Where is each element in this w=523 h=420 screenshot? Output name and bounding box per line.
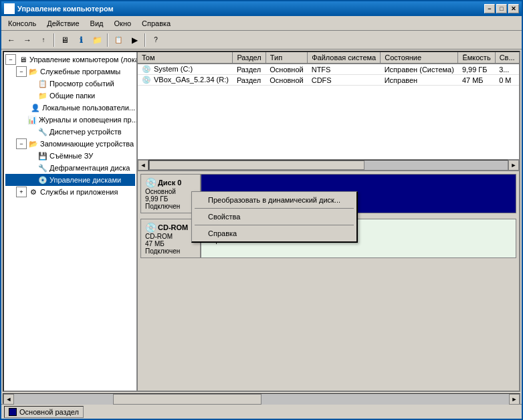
menu-view[interactable]: Вид: [85, 18, 109, 29]
close-button[interactable]: ✕: [508, 4, 519, 13]
tree-item-storage[interactable]: − 📂 Запоминающие устройства: [5, 138, 135, 150]
tree-item-shared[interactable]: 📁 Общие папки: [5, 90, 135, 102]
minimize-button[interactable]: −: [484, 4, 495, 13]
scroll-right[interactable]: ►: [508, 160, 519, 171]
computer-icon: 🖥: [17, 54, 28, 65]
volumes-table: Том Раздел Тип Файловая система Состояни…: [138, 52, 519, 86]
expand-storage[interactable]: −: [16, 138, 27, 149]
cell-status: Исправен (Система): [381, 64, 458, 75]
tree-tools-label: Служебные программы: [40, 68, 120, 76]
table-row[interactable]: 💿System (C:) Раздел Основной NTFS Исправ…: [138, 64, 519, 75]
storage-folder-icon: 📂: [28, 138, 39, 149]
shared-icon: 📁: [37, 90, 48, 101]
col-capacity[interactable]: Ёмкость: [458, 52, 495, 64]
toolbar: ← → ↑ 🖥 ℹ 📁 📋 ▶ ?: [1, 31, 522, 49]
tree-shared-label: Общие папки: [49, 92, 95, 100]
bottom-scrollbar[interactable]: ◄ ►: [3, 393, 520, 404]
context-menu: Преобразовать в динамический диск... Сво…: [191, 191, 358, 243]
window-title: Управление компьютером: [17, 5, 484, 13]
tree-item-removable[interactable]: 💾 Съёмные ЗУ: [5, 150, 135, 162]
title-bar-buttons: − □ ✕: [484, 4, 519, 13]
bottom-scroll-thumb[interactable]: [113, 394, 262, 405]
expand-root[interactable]: −: [5, 54, 16, 65]
right-panel: Том Раздел Тип Файловая система Состояни…: [138, 52, 519, 391]
tree-services-label: Службы и приложения: [40, 188, 118, 196]
col-status[interactable]: Состояние: [381, 52, 458, 64]
scroll-left[interactable]: ◄: [138, 160, 148, 171]
menu-console[interactable]: Консоль: [3, 18, 41, 29]
export-button[interactable]: 📋: [111, 33, 126, 47]
cell-name: 💿System (C:): [138, 64, 233, 75]
tree-item-devmgr[interactable]: 🔧 Диспетчер устройств: [5, 126, 135, 138]
cell-type: Основной: [266, 75, 307, 86]
legend-color-primary: [9, 408, 17, 416]
cell-free: 0 М: [495, 75, 519, 86]
maximize-button[interactable]: □: [496, 4, 507, 13]
tools-folder-icon: 📂: [28, 66, 39, 77]
disk-area: 💿 Диск 0 Основной 9,99 ГБ Подключен: [138, 170, 519, 391]
menu-window[interactable]: Окно: [109, 18, 137, 29]
cell-fs: CDFS: [308, 75, 381, 86]
tree-item-users[interactable]: 👤 Локальные пользователи...: [5, 102, 135, 114]
up-button[interactable]: ↑: [36, 33, 51, 47]
forward-button[interactable]: →: [20, 33, 35, 47]
cdrom-status: Подключен: [145, 247, 196, 255]
toolbar-sep2: [107, 33, 108, 47]
cell-free: 3...: [495, 64, 519, 75]
window-icon: ⚙: [4, 3, 15, 14]
play-button[interactable]: ▶: [127, 33, 142, 47]
cdrom-size: 47 МБ: [145, 240, 196, 247]
expand-tools[interactable]: −: [16, 66, 27, 77]
logs-icon: 📊: [27, 114, 37, 125]
table-row[interactable]: 💿VBox_GAs_5.2.34 (R:) Раздел Основной CD…: [138, 75, 519, 86]
tree-item-root[interactable]: − 🖥 Управление компьютером (локал...: [5, 54, 135, 66]
cell-name: 💿VBox_GAs_5.2.34 (R:): [138, 75, 233, 86]
bottom-scroll-right[interactable]: ►: [509, 394, 520, 405]
col-type[interactable]: Тип: [266, 52, 307, 64]
cdrom-type: CD-ROM: [145, 233, 196, 240]
col-free[interactable]: Св...: [495, 52, 519, 64]
row-disk-icon: 💿: [142, 76, 151, 84]
col-partition[interactable]: Раздел: [233, 52, 266, 64]
scroll-track[interactable]: [148, 160, 508, 171]
services-icon: ⚙: [28, 187, 39, 197]
context-menu-convert[interactable]: Преобразовать в динамический диск...: [192, 193, 356, 207]
tree-item-events[interactable]: 📋 Просмотр событий: [5, 78, 135, 90]
col-fs[interactable]: Файловая система: [308, 52, 381, 64]
context-menu-properties[interactable]: Свойства: [192, 210, 356, 223]
tree-storage-label: Запоминающие устройства: [40, 140, 134, 148]
bottom-scroll-track[interactable]: [14, 394, 509, 405]
menu-bar: Консоль Действие Вид Окно Справка: [1, 16, 522, 31]
disk0-name-row: 💿 Диск 0: [145, 177, 196, 188]
context-menu-help[interactable]: Справка: [192, 227, 356, 240]
help-toolbar-button[interactable]: ?: [148, 33, 163, 47]
folder-button[interactable]: 📁: [90, 33, 104, 47]
h-scrollbar[interactable]: ◄ ►: [138, 159, 519, 170]
expand-services[interactable]: +: [16, 187, 27, 197]
toolbar-sep3: [144, 33, 146, 47]
table-area: Том Раздел Тип Файловая система Состояни…: [138, 52, 519, 159]
cdrom-name-row: 💿 CD-ROM: [145, 222, 196, 233]
devmgr-icon: 🔧: [37, 126, 48, 137]
bottom-scroll-left[interactable]: ◄: [3, 394, 14, 405]
tree-root-label: Управление компьютером (локал...: [29, 56, 138, 64]
info-button[interactable]: ℹ: [74, 33, 88, 47]
back-button[interactable]: ←: [4, 33, 19, 47]
menu-help[interactable]: Справка: [136, 18, 176, 29]
cell-capacity: 47 МБ: [458, 75, 495, 86]
computer-button[interactable]: 🖥: [58, 33, 72, 47]
cell-partition: Раздел: [233, 64, 266, 75]
main-window: ⚙ Управление компьютером − □ ✕ Консоль Д…: [0, 0, 523, 420]
tree-logs-label: Журналы и оповещения пр...: [39, 116, 138, 124]
scroll-thumb[interactable]: [149, 161, 364, 170]
tree-item-defrag[interactable]: 🔧 Дефрагментация диска: [5, 162, 135, 174]
cdrom-icon: 💿: [145, 222, 156, 233]
tree-item-logs[interactable]: 📊 Журналы и оповещения пр...: [5, 114, 135, 126]
tree-item-services[interactable]: + ⚙ Службы и приложения: [5, 186, 135, 198]
col-tom[interactable]: Том: [138, 52, 233, 64]
row-disk-icon: 💿: [142, 65, 151, 73]
menu-action[interactable]: Действие: [41, 18, 84, 29]
events-icon: 📋: [37, 78, 48, 89]
tree-item-diskmgmt[interactable]: 💿 Управление дисками: [5, 174, 135, 186]
tree-item-tools[interactable]: − 📂 Служебные программы: [5, 66, 135, 78]
